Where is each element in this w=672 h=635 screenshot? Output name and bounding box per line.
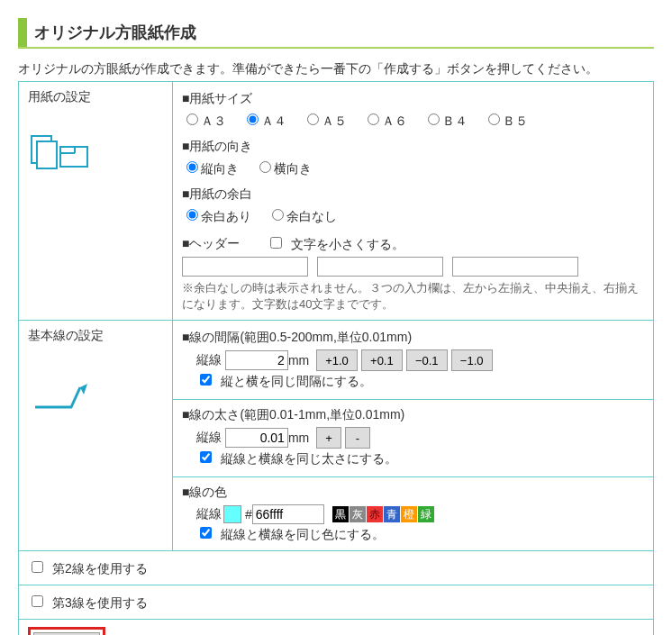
color-label: ■線の色 <box>182 485 644 501</box>
paper-size-option[interactable]: Ｂ５ <box>484 113 528 128</box>
line2-text: 第2線を使用する <box>52 561 148 576</box>
spacing-unit: mm <box>288 353 309 367</box>
thickness-label: ■線の太さ(範囲0.01-1mm,単位0.01mm) <box>182 407 644 423</box>
paper-size-radio[interactable] <box>488 113 500 125</box>
header-small-checkbox-label[interactable]: 文字を小さくする。 <box>267 234 404 253</box>
paper-orient-option[interactable]: 縦向き <box>182 161 239 176</box>
paper-size-option[interactable]: Ａ５ <box>303 113 347 128</box>
spacing-input[interactable] <box>225 350 288 370</box>
header-input-left[interactable] <box>182 257 308 277</box>
spacing-minus-01-button[interactable]: −0.1 <box>406 349 448 371</box>
header-input-center[interactable] <box>317 257 443 277</box>
color-swatch <box>223 505 241 523</box>
spacing-same-checkbox-label[interactable]: 縦と横を同じ間隔にする。 <box>196 374 372 388</box>
intro-text: オリジナルの方眼紙が作成できます。準備ができたら一番下の「作成する」ボタンを押し… <box>18 61 654 77</box>
baseline-sep-2 <box>173 476 653 477</box>
paper-size-option[interactable]: Ａ６ <box>363 113 407 128</box>
paper-size-radio[interactable] <box>428 113 440 125</box>
settings-table: 用紙の設定 ■用紙サイズ Ａ３Ａ４Ａ５Ａ６Ｂ４Ｂ５ ■用紙の向き 縦向き横向き … <box>18 81 654 635</box>
line2-checkbox-label[interactable]: 第2線を使用する <box>28 561 148 576</box>
spacing-plus-1-button[interactable]: +1.0 <box>316 349 358 371</box>
paper-margin-radio[interactable] <box>186 209 198 221</box>
paper-margin-label: ■用紙の余白 <box>182 186 644 203</box>
page-title: オリジナル方眼紙作成 <box>18 18 654 47</box>
thickness-minus-button[interactable]: - <box>345 427 370 449</box>
paper-size-radios: Ａ３Ａ４Ａ５Ａ６Ｂ４Ｂ５ <box>182 111 644 130</box>
color-same-checkbox[interactable] <box>200 527 212 539</box>
thickness-input[interactable] <box>225 428 288 448</box>
paper-icon <box>28 132 91 174</box>
paper-orient-option[interactable]: 横向き <box>255 161 312 176</box>
color-btn-black[interactable]: 黒 <box>332 506 349 522</box>
thickness-same-checkbox[interactable] <box>200 451 212 463</box>
header-small-text: 文字を小さくする。 <box>291 237 404 251</box>
create-highlight: 作成する <box>28 627 105 635</box>
paper-size-option[interactable]: Ａ３ <box>182 113 226 128</box>
spacing-plus-01-button[interactable]: +0.1 <box>361 349 403 371</box>
line3-checkbox[interactable] <box>32 595 43 607</box>
paper-size-radio[interactable] <box>368 113 379 125</box>
paper-margin-option[interactable]: 余白あり <box>182 209 251 223</box>
paper-size-label: ■用紙サイズ <box>182 91 644 107</box>
paper-size-option[interactable]: Ａ４ <box>242 113 286 128</box>
paper-margin-option[interactable]: 余白なし <box>268 209 337 223</box>
line2-cell: 第2線を使用する <box>19 551 654 585</box>
color-btn-red[interactable]: 赤 <box>367 506 383 522</box>
color-input[interactable] <box>252 504 324 524</box>
paper-size-radio[interactable] <box>247 113 259 125</box>
baseline-settings-cell: ■線の間隔(範囲0.5-200mm,単位0.01mm) 縦線 mm +1.0 +… <box>173 321 654 551</box>
paper-margin-radio[interactable] <box>272 209 284 221</box>
paper-section-header: 用紙の設定 <box>19 82 173 321</box>
spacing-minus-1-button[interactable]: −1.0 <box>451 349 493 371</box>
paper-orient-radio[interactable] <box>259 161 271 173</box>
paper-size-radio[interactable] <box>186 113 198 125</box>
spacing-field-label: 縦線 <box>196 352 222 368</box>
color-hash: # <box>245 507 252 522</box>
spacing-same-checkbox[interactable] <box>200 374 212 386</box>
baseline-section-header: 基本線の設定 <box>19 321 173 551</box>
spacing-label: ■線の間隔(範囲0.5-200mm,単位0.01mm) <box>182 330 644 346</box>
paper-size-radio[interactable] <box>307 113 319 125</box>
color-btn-blue[interactable]: 青 <box>384 506 400 522</box>
thickness-unit: mm <box>288 431 309 445</box>
line3-cell: 第3線を使用する <box>19 585 654 620</box>
thickness-same-text: 縦線と横線を同じ太さにする。 <box>221 451 397 466</box>
header-input-right[interactable] <box>452 257 578 277</box>
header-small-checkbox[interactable] <box>270 237 282 249</box>
header-label: ■ヘッダー <box>182 236 240 252</box>
color-same-checkbox-label[interactable]: 縦線と横線を同じ色にする。 <box>196 527 385 541</box>
color-field-label: 縦線 <box>196 506 222 522</box>
baseline-section-label: 基本線の設定 <box>28 328 104 344</box>
color-btn-gray[interactable]: 灰 <box>350 506 366 522</box>
baseline-sep-1 <box>173 399 653 400</box>
thickness-same-checkbox-label[interactable]: 縦線と横線を同じ太さにする。 <box>196 451 397 466</box>
create-cell: 作成する <box>19 620 654 636</box>
title-underline <box>18 47 654 49</box>
color-same-text: 縦線と横線を同じ色にする。 <box>221 527 385 541</box>
paper-section-label: 用紙の設定 <box>28 89 91 105</box>
paper-margin-radios: 余白あり余白なし <box>182 206 644 225</box>
svg-rect-1 <box>37 141 57 168</box>
thickness-field-label: 縦線 <box>196 430 222 446</box>
header-note: ※余白なしの時は表示されません。３つの入力欄は、左から左揃え、中央揃え、右揃えに… <box>182 280 644 313</box>
line3-text: 第3線を使用する <box>52 595 148 610</box>
pencil-icon <box>28 371 91 413</box>
spacing-same-text: 縦と横を同じ間隔にする。 <box>221 374 372 388</box>
paper-orient-radio[interactable] <box>186 161 198 173</box>
color-btn-orange[interactable]: 橙 <box>401 506 417 522</box>
line2-checkbox[interactable] <box>32 561 43 573</box>
paper-orient-label: ■用紙の向き <box>182 139 644 155</box>
paper-settings-cell: ■用紙サイズ Ａ３Ａ４Ａ５Ａ６Ｂ４Ｂ５ ■用紙の向き 縦向き横向き ■用紙の余白… <box>173 82 654 321</box>
color-btn-green[interactable]: 緑 <box>418 506 434 522</box>
paper-size-option[interactable]: Ｂ４ <box>423 113 468 128</box>
svg-marker-5 <box>80 384 87 395</box>
paper-orient-radios: 縦向き横向き <box>182 159 644 177</box>
line3-checkbox-label[interactable]: 第3線を使用する <box>28 595 148 610</box>
thickness-plus-button[interactable]: + <box>316 427 341 449</box>
